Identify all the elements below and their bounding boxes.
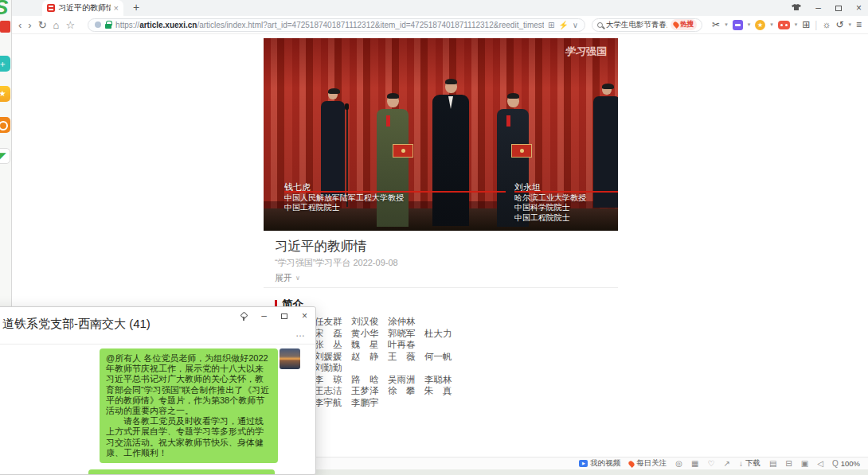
apps-grid-icon[interactable]: ⊞ [802,19,810,30]
caption-left-line2: 中国工程院院士 [284,203,404,212]
hot-search-label: 热搜 [680,20,694,29]
video-player[interactable]: 钱七虎 中国人民解放军陆军工程大学教授 中国工程院院士 刘永坦 哈尔滨工业大学教… [264,38,618,231]
hot-badge-icon[interactable] [0,21,10,33]
tab-bar: 习近平的教师情 × + – × [12,0,868,16]
flame-icon [672,21,680,29]
screenshot-dropdown-icon[interactable]: ▾ [725,21,728,28]
chat-message-paragraph1: @所有人 各位党员老师，为组织做好2022年教师节庆祝工作，展示党的十八大以来习… [106,353,272,416]
article-divider [264,287,618,288]
sidebar-panel-icon[interactable]: ▣ [801,459,808,468]
image-icon[interactable]: ▦ [691,459,698,468]
download-label: 下载 [745,458,760,469]
screenshot-scissors-icon[interactable]: ✂ [712,19,720,30]
article-column: 钱七虎 中国人民解放军陆军工程大学教授 中国工程院院士 刘永坦 哈尔滨工业大学教… [264,34,618,457]
volume-icon[interactable]: ◁ [817,459,823,468]
article-date: 2022-09-08 [353,258,397,267]
url-text[interactable]: https://article.xuexi.cn/articles/index.… [115,21,544,29]
menu-icon[interactable]: ≡ [856,19,862,30]
hot-search-badge[interactable]: 热搜 [671,19,697,30]
restore-button[interactable] [835,6,842,11]
addressbar-dropdown-icon[interactable]: ∨ [573,21,578,29]
url-path: /articles/index.html?art_id=472518740187… [197,21,544,29]
chat-message-bubble[interactable]: @所有人 各位党员老师，为组织做好2022年教师节庆祝工作，展示党的十八大以来习… [100,348,278,463]
tab-active[interactable]: 习近平的教师情 × [42,0,123,16]
leader-center [432,80,469,226]
camera-app-icon[interactable] [0,117,10,133]
zoom-magnifier-icon: Q [832,459,839,468]
media-app-icon[interactable]: ◤ [0,148,10,164]
chat-message-bubble-partial[interactable] [88,469,275,475]
window-controls: – × [792,0,862,16]
article-meta: “学习强国”学习平台 2022-09-08 [275,257,398,269]
rewards-icon[interactable]: ★ [755,20,765,30]
undo-dropdown-icon[interactable]: ▾ [848,21,851,28]
messenger-app-icon[interactable]: ＋ [0,56,10,72]
sogou-logo-icon[interactable]: S [0,0,8,20]
download-button[interactable]: ↓ 下载 [739,458,760,469]
bookmark-star-icon[interactable]: ☆ [65,19,75,31]
skin-theme-icon[interactable] [792,2,801,14]
forward-icon[interactable]: › [28,19,31,31]
watermark-script-part: 学习 [565,45,585,57]
expand-chevron-icon: ∨ [295,274,300,282]
caption-left-lines: 中国人民解放军陆军工程大学教授 中国工程院院士 [284,193,404,213]
search-hotword[interactable]: 大学生电影节青春之 [606,20,667,30]
chat-message-paragraph2: 请各教工党员及时收看学习，通过线上方式开展自学、专题学习等多形式的学习交流活动。… [106,416,272,458]
chat-more-icon[interactable]: … [295,328,306,339]
night-mode-icon[interactable]: ☼ [822,19,831,30]
translate-dropdown-icon[interactable]: ▾ [748,21,751,28]
caption-right-line1: 哈尔滨工业大学教授 [514,193,586,203]
expand-toggle[interactable]: 展开 ∨ [275,272,300,284]
zoom-value: 100% [841,459,860,468]
rewards-dropdown-icon[interactable]: ▾ [770,21,773,28]
pin-icon[interactable] [240,313,247,320]
tab-close-icon[interactable]: × [114,3,119,13]
back-icon[interactable]: ‹ [18,19,22,31]
daily-follow-button[interactable]: 每日关注 [629,458,667,469]
chat-group-title: 道铁系党支部-西南交大 (41) [2,317,151,332]
print-icon[interactable]: ▤ [769,459,776,468]
translate-extension-icon[interactable] [733,20,743,30]
favorites-app-icon[interactable]: ★ [0,86,10,102]
sender-avatar[interactable] [280,348,300,369]
favorite-heart-icon[interactable]: ♡ [708,459,715,468]
chat-close-button[interactable]: × [302,310,307,321]
download-arrow-icon: ↓ [739,459,743,468]
search-icon [597,22,603,28]
credits-row: 李 琼 路 晗 吴雨洲 李聪林 [315,374,452,386]
url-scheme: https:// [115,21,139,29]
daily-follow-label: 每日关注 [636,458,667,469]
tab-title: 习近平的教师情 [58,2,111,14]
browser-toolbar: ‹ › ↻ ⌂ ☆ https://article.xuexi.cn/artic… [12,16,868,34]
speed-lightning-icon[interactable]: ⚡ [558,21,568,29]
games-dropdown-icon[interactable]: ▾ [795,21,798,28]
xuexi-watermark: 学习强国 [565,45,607,59]
close-button[interactable]: × [856,2,862,14]
chat-minimize-button[interactable]: – [261,310,267,321]
search-box[interactable]: 大学生电影节青春之 热搜 [592,18,702,32]
address-bar[interactable]: https://article.xuexi.cn/articles/index.… [88,18,585,32]
new-tab-button[interactable]: + [133,1,139,14]
zoom-level[interactable]: Q 100% [832,459,860,468]
site-favicon-icon [47,4,55,12]
minimize-button[interactable]: – [815,2,821,14]
home-icon[interactable]: ⌂ [53,19,60,31]
credits-row: 任友群 刘汉俊 涂仲林 [315,316,452,328]
refresh-icon[interactable]: ↻ [38,19,47,31]
extension-icons: ✂ ▾ ▾ ★ ▾ ▾ ⊞ | ☼ ↺ ▾ ≡ [712,19,862,30]
chat-maximize-button[interactable] [281,313,287,319]
archive-icon[interactable]: ⊟ [785,459,792,468]
badge-icon[interactable]: ◎ [675,459,682,468]
games-icon[interactable] [778,21,790,29]
my-video-button[interactable]: ▶ 我的视频 [579,458,620,469]
my-video-label: 我的视频 [590,458,620,469]
undo-history-icon[interactable]: ↺ [835,19,843,30]
flame-icon [628,460,635,468]
url-host: article.xuexi.cn [139,21,197,29]
share-icon[interactable]: ↗ [724,459,730,468]
reader-grid-icon[interactable]: ⊞ [548,21,554,29]
credits-row: 刘勤勤 [315,362,452,374]
toolbar-separator: | [815,19,817,30]
caption-left-line1: 中国人民解放军陆军工程大学教授 [284,193,404,203]
desktop: S ＋ ★ ◤ 习近平的教师情 × + – × [0,0,868,475]
